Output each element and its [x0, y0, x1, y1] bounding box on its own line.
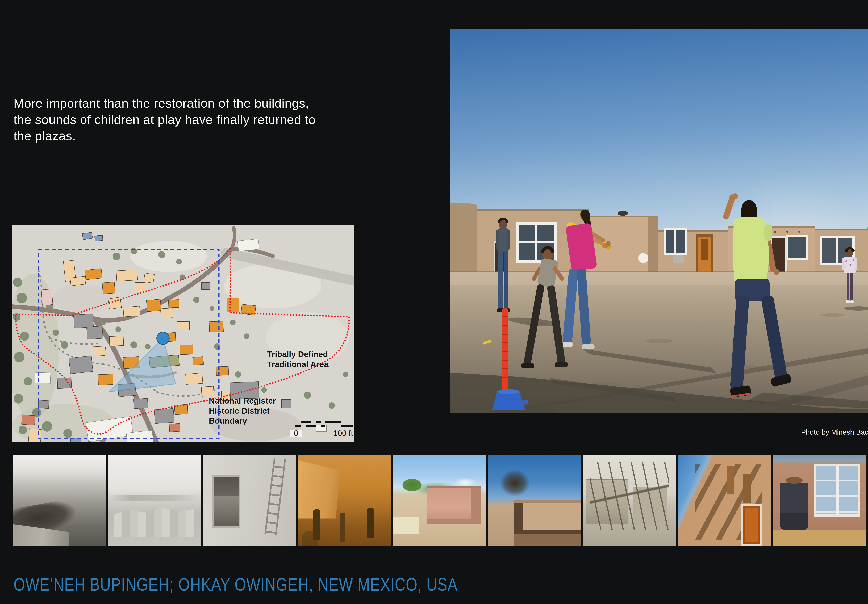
svg-text:Traditional Area: Traditional Area	[267, 359, 329, 369]
scale-zero-label: 0	[294, 429, 298, 438]
strip-photo-4	[298, 455, 391, 546]
site-map: Tribally Defined Traditional Area Nation…	[12, 225, 353, 442]
svg-text:Boundary: Boundary	[209, 416, 247, 425]
quote-line: the sounds of children at play have fina…	[14, 112, 316, 128]
plaza-photo	[451, 29, 868, 413]
scale-max-label: 100 ft	[333, 429, 353, 438]
plaza-photo-svg	[451, 29, 868, 413]
caption-line: Photo by Minesh Bacrania for Preservatio…	[801, 427, 868, 437]
strip-photo-3	[203, 455, 296, 546]
strip-photo-9	[773, 455, 866, 546]
quote-line: More important than the restoration of t…	[14, 95, 316, 112]
quote-line: the plazas.	[14, 128, 316, 144]
site-map-svg: Tribally Defined Traditional Area Nation…	[12, 225, 353, 442]
quote-block: More important than the restoration of t…	[14, 95, 316, 144]
tribal-area-label: Tribally Defined	[267, 350, 328, 359]
strip-photo-1	[13, 455, 106, 546]
svg-text:Historic District: Historic District	[209, 406, 270, 415]
strip-photo-7	[583, 455, 676, 546]
strip-photo-5	[393, 455, 486, 546]
strip-photo-8	[678, 455, 771, 546]
strip-photo-6	[488, 455, 581, 546]
ball	[638, 253, 648, 263]
caption-line: Children at play in the plaza;	[801, 418, 868, 427]
strip-photo-2	[108, 455, 201, 546]
register-boundary-label: National Register	[209, 396, 276, 405]
presentation-board: More important than the restoration of t…	[0, 0, 868, 604]
photo-strip	[13, 455, 868, 546]
photo-caption: Children at play in the plaza; Photo by …	[801, 418, 868, 437]
project-title: OWE’NEH BUPINGEH; OHKAY OWINGEH, NEW MEX…	[14, 574, 457, 595]
